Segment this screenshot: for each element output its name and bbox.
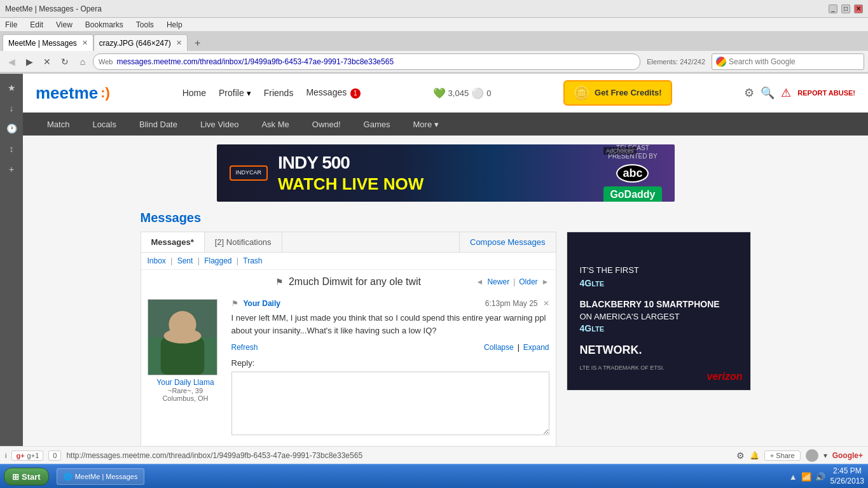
maximize-button[interactable]: □ [841,4,850,13]
ad-line3: ON AMERICA'S LARGEST [580,312,680,321]
search-header-icon[interactable]: 🔍 [761,86,775,100]
bell-icon[interactable]: 🔔 [750,451,759,460]
logo-text: meetme [36,83,98,103]
expand-link[interactable]: Expand [523,343,549,352]
volume-icon: 🔊 [815,472,825,482]
sent-link[interactable]: Sent [177,256,193,265]
view-menu[interactable]: View [53,19,75,31]
file-menu[interactable]: File [3,19,20,31]
get-credits-button[interactable]: 🪙 Get Free Credits! [563,80,672,106]
tab-meetme-messages[interactable]: MeetMe | Messages ✕ [3,34,93,51]
dropdown-arrow[interactable]: ▾ [823,451,827,460]
web-label: Web [99,58,113,66]
nav-live-video[interactable]: Live Video [189,113,250,136]
share-button[interactable]: + Share [764,450,801,461]
inbox-link[interactable]: Inbox [148,256,166,265]
refresh-link[interactable]: Refresh [231,343,258,352]
collapse-link[interactable]: Collapse [484,343,514,352]
ad-banner-wrapper: INDYCAR INDY 500 WATCH LIVE NOW TELECAST… [128,144,764,202]
avatar-name[interactable]: Your Daily Llama [148,378,224,387]
search-input[interactable] [729,57,860,66]
menu-bar: File Edit View Bookmarks Tools Help [0,18,868,32]
profile-avatar-icon[interactable] [806,449,818,462]
history-icon[interactable]: 🕐 [3,120,20,137]
ad-line4: NETWORK. [580,344,642,357]
tab-close-button-2[interactable]: ✕ [176,39,182,47]
nav-locals[interactable]: Locals [81,113,128,136]
start-button[interactable]: ⊞ Start [4,468,49,485]
edit-menu[interactable]: Edit [27,19,46,31]
flagged-link[interactable]: Flagged [204,256,231,265]
friends-link[interactable]: Friends [264,88,294,98]
downloads-icon[interactable]: ↓ [3,99,20,117]
browser-toolbar: ◀ ▶ ✕ ↻ ⌂ Web Elements: 242/242 [0,51,868,73]
taskbar-item-meetme[interactable]: 🌐 MeetMe | Messages [57,468,145,485]
profile-link[interactable]: Profile [219,88,244,98]
newer-link[interactable]: Newer [487,277,509,286]
tab-messages[interactable]: Messages* [141,232,205,252]
ad-brand-text: 4G [580,278,592,288]
nav-games[interactable]: Games [352,113,402,136]
reload-button[interactable]: ↻ [57,54,72,69]
bottom-settings-icon[interactable]: ⚙ [736,450,745,461]
nav-match[interactable]: Match [36,113,81,136]
message-sender[interactable]: Your Daily [244,299,280,308]
info-label: i [5,452,6,459]
minimize-button[interactable]: _ [829,4,837,13]
report-abuse-label[interactable]: REPORT ABUSE! [797,89,855,97]
report-abuse-icon[interactable]: ⚠ [781,86,791,100]
ad-banner[interactable]: INDYCAR INDY 500 WATCH LIVE NOW TELECAST… [217,144,675,202]
reply-label: Reply: [231,358,549,368]
profile-dropdown[interactable]: Profile ▾ [219,88,251,98]
back-button[interactable]: ◀ [4,54,19,69]
home-link[interactable]: Home [183,88,206,98]
tab-notifications[interactable]: [2] Notifications [205,232,282,252]
logo-smile: :) [100,85,110,101]
g1-count: 0 [48,450,61,461]
help-menu[interactable]: Help [164,19,185,31]
trash-link[interactable]: Trash [243,256,262,265]
messages-container: Messages* [2] Notifications Compose Mess… [141,232,751,449]
browser-tabs: MeetMe | Messages ✕ crazy.JPG (646×247) … [0,32,868,51]
messages-link[interactable]: Messages [306,87,347,97]
tab-close-button[interactable]: ✕ [82,39,88,47]
add-icon[interactable]: + [3,160,20,178]
bookmarks-menu[interactable]: Bookmarks [83,19,126,31]
message-close-button[interactable]: ✕ [543,299,549,308]
nav-owned[interactable]: Owned! [301,113,352,136]
message-flag-icon: ⚑ [231,299,238,308]
tools-menu[interactable]: Tools [134,19,156,31]
compose-messages-button[interactable]: Compose Messages [459,232,556,252]
taskbar-time-value: 2:45 PM [830,466,864,477]
avatar-image [148,299,217,375]
credits-text: Get Free Credits! [595,88,661,98]
older-link[interactable]: Older [519,277,537,286]
sep3: | [237,256,240,265]
browser-icon: 🌐 [64,473,72,481]
indycar-logo: INDYCAR [230,165,268,181]
godaddy-logo: GoDaddy [603,186,661,202]
nav-more[interactable]: More ▾ [402,113,451,136]
address-input[interactable] [116,57,635,66]
message-time: 6:13pm May 25 [485,299,538,308]
profile-dropdown-arrow[interactable]: ▾ [247,88,251,98]
search-bar-container [712,53,864,70]
stop-button[interactable]: ✕ [39,54,55,69]
sync-icon[interactable]: ↕ [3,140,20,158]
forward-button[interactable]: ▶ [22,54,37,69]
tab-crazy-jpg[interactable]: crazy.JPG (646×247) ✕ [93,34,188,51]
avatar-figure [148,299,217,375]
ad-lte-note: LTE IS A TRADEMARK OF ETSI. [580,365,665,371]
home-button[interactable]: ⌂ [75,54,90,69]
site-subnav: Match Locals Blind Date Live Video Ask M… [23,113,868,136]
settings-gear-icon[interactable]: ⚙ [744,86,754,100]
site-logo[interactable]: meetme :) [36,83,110,103]
new-tab-button[interactable]: + [190,36,205,51]
close-button[interactable]: ✕ [854,4,863,13]
reply-textarea[interactable] [231,372,549,435]
g1-button[interactable]: g+ g+1 [11,450,43,461]
thread-nav: ◄ Newer | Older ► [476,277,549,286]
bookmarks-icon[interactable]: ★ [3,79,20,97]
nav-blind-date[interactable]: Blind Date [128,113,189,136]
nav-ask-me[interactable]: Ask Me [250,113,300,136]
